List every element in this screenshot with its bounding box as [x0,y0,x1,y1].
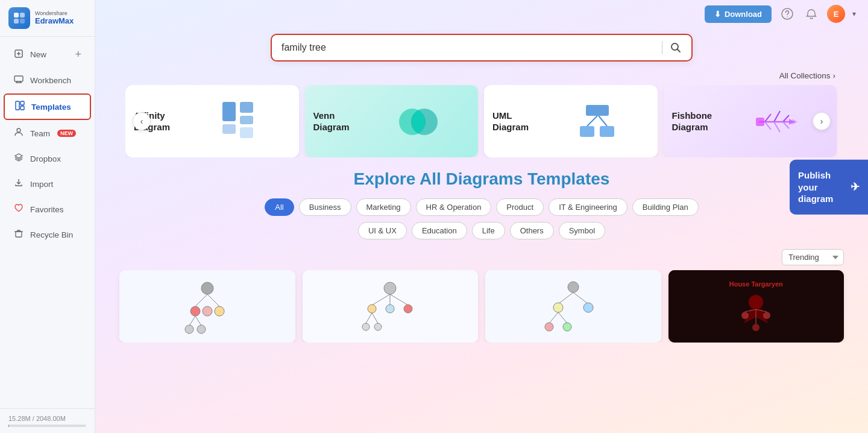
svg-point-69 [583,303,593,312]
filter-tab-building[interactable]: Building Plan [632,198,699,216]
carousel-prev-button[interactable]: ‹ [133,112,151,130]
logo-text: Wondershare EdrawMax [35,11,74,25]
carousel-next-button[interactable]: › [813,112,831,130]
team-icon [13,127,24,139]
filter-tab-business[interactable]: Business [299,198,351,216]
carousel-track: Affinity Diagram Venn Diagram [125,85,838,157]
logo-icon [8,7,30,29]
download-button[interactable]: ⬇ Download [705,5,772,23]
svg-rect-0 [14,13,19,17]
svg-line-33 [599,116,607,126]
svg-line-46 [207,294,219,306]
svg-point-48 [203,306,212,316]
svg-line-37 [765,114,771,122]
carousel-card-uml[interactable]: UML Diagram [484,85,658,157]
carousel-card-venn[interactable]: Venn Diagram [305,85,479,157]
storage-fill [8,425,9,427]
svg-line-50 [189,316,195,326]
venn-diagram-icon [368,102,470,141]
carousel-card-affinity[interactable]: Affinity Diagram [125,85,299,157]
filter-tab-it[interactable]: IT & Engineering [549,198,627,216]
svg-rect-43 [756,118,764,126]
template-card-1[interactable] [119,270,295,343]
sidebar: Wondershare EdrawMax New + [0,0,95,433]
svg-point-73 [563,323,571,331]
sidebar-item-dropbox[interactable]: Dropbox [4,147,91,171]
recycle-icon [13,229,24,241]
svg-rect-30 [580,126,594,137]
svg-rect-1 [20,13,25,17]
filter-tab-ui[interactable]: UI & UX [358,222,407,239]
publish-send-icon: ✈ [851,180,860,194]
import-icon [13,178,24,190]
svg-rect-13 [20,106,24,110]
sidebar-item-favorites[interactable]: Favorites [4,197,91,221]
svg-rect-11 [16,101,19,110]
svg-rect-21 [222,102,236,121]
svg-rect-3 [20,19,25,24]
svg-line-39 [783,115,789,122]
filter-tab-symbol[interactable]: Symbol [559,222,605,239]
svg-rect-29 [586,105,609,116]
storage-bar [8,425,86,427]
sidebar-item-new[interactable]: New + [4,42,91,67]
svg-point-49 [215,306,224,316]
search-button[interactable] [670,42,682,54]
avatar[interactable]: E [827,5,845,23]
filter-tab-education[interactable]: Education [412,222,467,239]
svg-rect-22 [222,124,236,134]
top-bar: ⬇ Download E ▾ [95,0,868,28]
sidebar-item-workbench[interactable]: Workbench [4,68,91,92]
svg-point-18 [787,16,788,17]
sort-area: Trending Newest Most Used [95,247,868,270]
svg-point-75 [741,312,749,319]
filter-tab-hr[interactable]: HR & Operation [416,198,492,216]
carousel-card-fishbone[interactable]: Fishbone Diagram [664,85,837,157]
filter-tabs-row1: All Business Marketing HR & Operation Pr… [119,198,844,216]
template-card-4[interactable]: House Targaryen [668,270,844,343]
filter-tab-marketing[interactable]: Marketing [356,198,411,216]
templates-icon [14,101,25,113]
filter-tabs-row2: UI & UX Education Life Others Symbol [119,222,844,239]
logo-area[interactable]: Wondershare EdrawMax [0,0,95,37]
publish-card[interactable]: Publish your diagram ✈ [790,160,868,215]
new-icon [13,49,24,61]
svg-point-72 [545,323,553,331]
storage-info: 15.28M / 2048.00M [0,408,95,433]
svg-rect-23 [240,102,253,113]
svg-line-67 [573,292,588,304]
svg-rect-2 [14,19,19,24]
download-icon: ⬇ [714,10,721,19]
filter-tab-product[interactable]: Product [496,198,544,216]
svg-point-74 [749,295,763,309]
new-plus-icon: + [75,48,81,61]
filter-tab-all[interactable]: All [265,198,294,216]
svg-point-47 [190,306,200,316]
sidebar-item-team[interactable]: Team NEW [4,121,91,145]
template-card-3[interactable] [485,270,661,343]
carousel-section: All Collections › ‹ Affinity Diagram [95,71,868,157]
svg-rect-7 [14,76,23,81]
svg-rect-15 [16,232,22,237]
all-collections-link[interactable]: All Collections › [125,71,838,80]
help-icon[interactable] [779,5,796,22]
workbench-icon [13,74,24,86]
sort-select[interactable]: Trending Newest Most Used [782,249,844,265]
filter-tab-life[interactable]: Life [472,222,505,239]
svg-point-14 [17,128,20,132]
sidebar-item-recycle[interactable]: Recycle Bin [4,223,91,247]
notification-icon[interactable] [803,5,820,22]
svg-line-71 [558,312,567,323]
svg-point-77 [752,324,760,331]
filter-tab-others[interactable]: Others [510,222,554,239]
sidebar-item-templates[interactable]: Templates [4,93,91,120]
svg-point-59 [386,305,394,313]
avatar-dropdown-icon[interactable]: ▾ [852,10,856,18]
svg-line-45 [195,294,207,306]
sidebar-item-import[interactable]: Import [4,172,91,196]
svg-point-44 [201,282,213,294]
templates-row: House Targaryen [95,270,868,343]
search-input[interactable] [281,42,655,53]
search-area [95,28,868,71]
template-card-2[interactable] [303,270,479,343]
